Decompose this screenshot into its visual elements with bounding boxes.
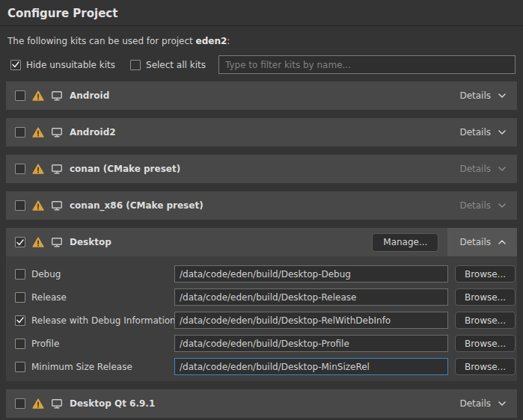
chevron-up-icon bbox=[498, 239, 507, 245]
select-all-kits-checkbox[interactable] bbox=[130, 60, 141, 70]
browse-button[interactable]: Browse... bbox=[455, 265, 516, 282]
details-toggle[interactable]: Details bbox=[447, 389, 517, 418]
details-label: Details bbox=[459, 398, 491, 409]
kit-name: Desktop bbox=[70, 237, 111, 247]
browse-button[interactable]: Browse... bbox=[455, 335, 516, 352]
details-label: Details bbox=[459, 127, 491, 138]
build-config-row: Release with Debug Information Browse... bbox=[15, 312, 516, 329]
warning-icon bbox=[32, 237, 44, 247]
build-config-option[interactable]: Debug bbox=[15, 269, 174, 280]
kit-row: Desktop Qt 6.9.1 Details bbox=[6, 389, 517, 418]
browse-button[interactable]: Browse... bbox=[455, 312, 516, 329]
chevron-down-icon bbox=[498, 203, 507, 209]
filter-kits-input[interactable] bbox=[218, 55, 516, 74]
kit-group: Desktop Manage... Details Debug Browse..… bbox=[6, 228, 517, 381]
kit-name: conan_x86 (CMake preset) bbox=[70, 200, 204, 211]
browse-button[interactable]: Browse... bbox=[455, 288, 516, 306]
kits-subtitle: The following kits can be used for proje… bbox=[7, 36, 516, 46]
hide-unsuitable-kits-checkbox[interactable] bbox=[10, 60, 21, 70]
details-toggle[interactable]: Details bbox=[447, 191, 517, 220]
details-toggle[interactable]: Details bbox=[447, 81, 517, 110]
build-path-input[interactable] bbox=[174, 335, 448, 352]
kit-group: conan_x86 (CMake preset) Details bbox=[6, 191, 517, 220]
subtitle-prefix: The following kits can be used for proje… bbox=[7, 36, 196, 46]
chevron-down-icon bbox=[498, 129, 507, 135]
kit-row: Android2 Details bbox=[6, 118, 517, 146]
kit-row: conan_x86 (CMake preset) Details bbox=[6, 191, 517, 220]
build-config-checkbox[interactable] bbox=[15, 362, 25, 372]
kit-checkbox[interactable] bbox=[15, 90, 25, 101]
build-config-checkbox[interactable] bbox=[15, 269, 25, 280]
chevron-down-icon bbox=[498, 93, 507, 99]
kit-name: conan (CMake preset) bbox=[70, 164, 180, 174]
details-label: Details bbox=[459, 90, 491, 101]
details-label: Details bbox=[459, 200, 491, 211]
kit-row: conan (CMake preset) Details bbox=[6, 155, 517, 183]
select-all-kits-label: Select all kits bbox=[146, 60, 206, 70]
warning-icon bbox=[32, 127, 44, 138]
build-config-label: Release with Debug Information bbox=[31, 315, 176, 326]
build-config-label: Minimum Size Release bbox=[31, 362, 132, 372]
warning-icon bbox=[32, 398, 44, 409]
select-all-kits-option[interactable]: Select all kits bbox=[130, 60, 206, 70]
kit-checkbox[interactable] bbox=[15, 237, 25, 247]
kit-name: Android2 bbox=[70, 127, 116, 138]
details-label: Details bbox=[459, 237, 491, 247]
build-path-input[interactable] bbox=[174, 288, 448, 306]
subtitle-suffix: : bbox=[227, 36, 230, 46]
build-path-input[interactable] bbox=[174, 265, 448, 282]
build-config-row: Minimum Size Release Browse... bbox=[15, 358, 516, 375]
build-config-option[interactable]: Release with Debug Information bbox=[15, 315, 174, 326]
kit-details-panel: Debug Browse... Release Browse... Releas… bbox=[6, 256, 517, 381]
page-title: Configure Project bbox=[0, 0, 523, 26]
details-toggle[interactable]: Details bbox=[447, 155, 517, 183]
warning-icon bbox=[32, 164, 44, 174]
details-toggle[interactable]: Details bbox=[447, 118, 517, 146]
monitor-icon bbox=[51, 237, 63, 247]
kit-name: Desktop Qt 6.9.1 bbox=[70, 398, 155, 409]
monitor-icon bbox=[51, 164, 63, 174]
manage-button[interactable]: Manage... bbox=[372, 233, 438, 252]
build-path-input[interactable] bbox=[174, 312, 448, 329]
hide-unsuitable-kits-label: Hide unsuitable kits bbox=[26, 60, 115, 70]
kit-group: Desktop Qt 6.9.1 Details bbox=[6, 389, 517, 418]
kit-group: conan (CMake preset) Details bbox=[6, 155, 517, 183]
warning-icon bbox=[32, 90, 44, 101]
warning-icon bbox=[32, 200, 44, 211]
kit-checkbox[interactable] bbox=[15, 164, 25, 174]
check-icon bbox=[16, 317, 24, 324]
monitor-icon bbox=[51, 398, 63, 409]
build-config-label: Profile bbox=[31, 339, 59, 349]
kit-group: Android2 Details bbox=[6, 118, 517, 146]
build-config-checkbox[interactable] bbox=[15, 292, 25, 303]
configure-project-page: Configure Project The following kits can… bbox=[0, 0, 523, 420]
build-config-label: Debug bbox=[31, 269, 61, 280]
build-config-checkbox[interactable] bbox=[15, 315, 25, 326]
hide-unsuitable-kits-option[interactable]: Hide unsuitable kits bbox=[10, 60, 115, 70]
details-toggle[interactable]: Details bbox=[447, 228, 517, 256]
monitor-icon bbox=[51, 90, 63, 101]
chevron-down-icon bbox=[498, 401, 507, 407]
kit-group: Android Details bbox=[6, 81, 517, 110]
build-config-row: Profile Browse... bbox=[15, 335, 516, 352]
kit-list: Android Details bbox=[6, 81, 517, 418]
build-config-option[interactable]: Profile bbox=[15, 339, 174, 349]
build-config-row: Release Browse... bbox=[15, 288, 516, 306]
chevron-down-icon bbox=[498, 166, 507, 172]
kit-row: Desktop Manage... Details bbox=[6, 228, 517, 256]
monitor-icon bbox=[51, 127, 63, 138]
kit-checkbox[interactable] bbox=[15, 127, 25, 138]
monitor-icon bbox=[51, 200, 63, 211]
kit-checkbox[interactable] bbox=[15, 398, 25, 409]
build-config-option[interactable]: Minimum Size Release bbox=[15, 362, 174, 372]
kit-name: Android bbox=[70, 90, 109, 101]
details-label: Details bbox=[459, 164, 491, 174]
check-icon bbox=[16, 239, 24, 246]
build-config-checkbox[interactable] bbox=[15, 339, 25, 349]
kit-checkbox[interactable] bbox=[15, 200, 25, 211]
build-config-option[interactable]: Release bbox=[15, 292, 174, 303]
build-path-input[interactable] bbox=[174, 358, 448, 375]
browse-button[interactable]: Browse... bbox=[455, 358, 516, 375]
build-config-label: Release bbox=[31, 292, 67, 303]
check-icon bbox=[12, 61, 19, 68]
